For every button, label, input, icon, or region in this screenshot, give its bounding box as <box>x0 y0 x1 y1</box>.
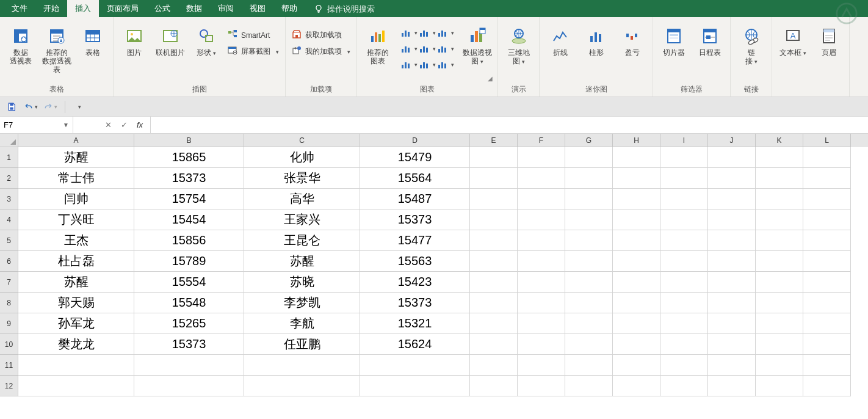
cell-G9[interactable] <box>565 313 613 334</box>
cell-A5[interactable]: 王杰 <box>18 230 134 251</box>
cell-C3[interactable]: 高华 <box>244 189 360 210</box>
cell-H7[interactable] <box>613 272 660 293</box>
pivot-chart-button[interactable]: 数据透视图 <box>460 23 494 68</box>
screenshot-button[interactable]: 屏幕截图 <box>225 45 281 59</box>
cell-L1[interactable] <box>803 147 851 168</box>
row-header-3[interactable]: 3 <box>0 189 18 210</box>
timeline-button[interactable]: 日程表 <box>693 23 726 59</box>
column-header-C[interactable]: C <box>244 134 360 147</box>
row-header-11[interactable]: 11 <box>0 355 18 376</box>
qat-customize-button[interactable]: ▾ <box>73 100 86 114</box>
pivot-table-button[interactable]: 数据 透视表 <box>4 23 37 67</box>
redo-button[interactable] <box>44 100 57 114</box>
cell-B9[interactable]: 15265 <box>134 313 244 334</box>
scatter-chart-button[interactable] <box>437 42 454 56</box>
cell-A1[interactable]: 苏醒 <box>18 147 134 168</box>
map-chart-button[interactable] <box>419 57 436 72</box>
cell-I5[interactable] <box>660 230 708 251</box>
get-addins-button[interactable]: 获取加载项 <box>289 28 353 42</box>
cell-G6[interactable] <box>565 251 613 272</box>
cell-E4[interactable] <box>470 210 518 230</box>
cell-A7[interactable]: 苏醒 <box>18 272 134 293</box>
cell-B1[interactable]: 15865 <box>134 147 244 168</box>
menu-item-1[interactable]: 开始 <box>35 0 67 17</box>
cell-G3[interactable] <box>565 189 613 210</box>
cell-J1[interactable] <box>708 147 756 168</box>
cell-G12[interactable] <box>565 376 613 396</box>
cell-B12[interactable] <box>134 376 244 396</box>
pictures-button[interactable]: 图片 <box>117 23 151 59</box>
row-header-7[interactable]: 7 <box>0 272 18 293</box>
cell-J12[interactable] <box>708 376 756 396</box>
menu-item-6[interactable]: 审阅 <box>210 0 242 17</box>
menu-item-3[interactable]: 页面布局 <box>99 0 146 17</box>
cell-A9[interactable]: 孙军龙 <box>18 313 134 334</box>
cell-B10[interactable]: 15373 <box>134 334 244 355</box>
cell-F9[interactable] <box>518 313 565 334</box>
tell-me-search[interactable] <box>305 4 430 13</box>
cell-H6[interactable] <box>613 251 660 272</box>
cell-F5[interactable] <box>518 230 565 251</box>
link-button[interactable]: 链 接 <box>734 23 768 68</box>
menu-item-8[interactable]: 帮助 <box>273 0 305 17</box>
cell-D1[interactable]: 15479 <box>360 147 470 168</box>
cell-H12[interactable] <box>613 376 660 396</box>
tell-me-input[interactable] <box>327 4 430 13</box>
cell-J9[interactable] <box>708 313 756 334</box>
cell-D5[interactable]: 15477 <box>360 230 470 251</box>
cell-G7[interactable] <box>565 272 613 293</box>
cell-J6[interactable] <box>708 251 756 272</box>
cell-H9[interactable] <box>613 313 660 334</box>
slicer-button[interactable]: 切片器 <box>657 23 690 59</box>
cell-F7[interactable] <box>518 272 565 293</box>
cell-J7[interactable] <box>708 272 756 293</box>
cell-G5[interactable] <box>565 230 613 251</box>
cell-E7[interactable] <box>470 272 518 293</box>
cell-D12[interactable] <box>360 376 470 396</box>
cell-I11[interactable] <box>660 355 708 376</box>
row-header-6[interactable]: 6 <box>0 251 18 272</box>
cell-D7[interactable]: 15423 <box>360 272 470 293</box>
select-all-corner[interactable] <box>0 134 18 147</box>
cell-D6[interactable]: 15563 <box>360 251 470 272</box>
cell-B5[interactable]: 15856 <box>134 230 244 251</box>
dialog-launcher-icon[interactable]: ◢ <box>488 75 493 82</box>
smartart-button[interactable]: SmartArt <box>225 28 281 42</box>
column-header-E[interactable]: E <box>470 134 518 147</box>
cell-K3[interactable] <box>756 189 803 210</box>
cell-E3[interactable] <box>470 189 518 210</box>
cell-D3[interactable]: 15487 <box>360 189 470 210</box>
spreadsheet-grid[interactable]: ABCDEFGHIJKL 123456789101112 苏醒15865化帅15… <box>0 134 868 419</box>
row-header-8[interactable]: 8 <box>0 293 18 313</box>
stat-chart-button[interactable] <box>419 42 436 56</box>
cell-B8[interactable]: 15548 <box>134 293 244 313</box>
cell-J2[interactable] <box>708 168 756 189</box>
my-addins-button[interactable]: 我的加载项 <box>289 45 353 59</box>
cell-J5[interactable] <box>708 230 756 251</box>
menu-item-0[interactable]: 文件 <box>4 0 35 17</box>
cell-F11[interactable] <box>518 355 565 376</box>
cell-E5[interactable] <box>470 230 518 251</box>
cell-A11[interactable] <box>18 355 134 376</box>
menu-item-5[interactable]: 数据 <box>178 0 210 17</box>
cell-D9[interactable]: 15321 <box>360 313 470 334</box>
cell-C7[interactable]: 苏晓 <box>244 272 360 293</box>
cell-A3[interactable]: 闫帅 <box>18 189 134 210</box>
cell-L9[interactable] <box>803 313 851 334</box>
line-chart-button[interactable] <box>419 26 436 40</box>
cell-J8[interactable] <box>708 293 756 313</box>
cell-I2[interactable] <box>660 168 708 189</box>
cell-J4[interactable] <box>708 210 756 230</box>
name-box-input[interactable] <box>0 120 59 129</box>
cell-L11[interactable] <box>803 355 851 376</box>
chevron-down-icon[interactable]: ▼ <box>59 122 73 128</box>
cell-J11[interactable] <box>708 355 756 376</box>
cell-H4[interactable] <box>613 210 660 230</box>
cell-B3[interactable]: 15754 <box>134 189 244 210</box>
cell-F8[interactable] <box>518 293 565 313</box>
cell-G4[interactable] <box>565 210 613 230</box>
pie-chart-button[interactable] <box>437 26 454 40</box>
cell-I6[interactable] <box>660 251 708 272</box>
column-header-F[interactable]: F <box>518 134 565 147</box>
cell-K11[interactable] <box>756 355 803 376</box>
